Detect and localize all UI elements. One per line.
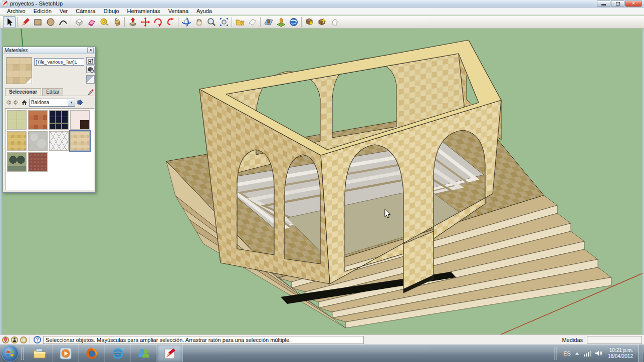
messenger-people-icon: [137, 347, 151, 360]
material-swatch[interactable]: [28, 110, 48, 130]
material-swatch-selected[interactable]: [70, 131, 90, 151]
pan-tool-button[interactable]: [192, 16, 205, 28]
house-icon: [330, 17, 340, 27]
share-component-button[interactable]: [328, 16, 341, 28]
display-secondary-selection-button[interactable]: [86, 57, 95, 65]
detach-collection-icon[interactable]: [77, 99, 83, 106]
material-swatch[interactable]: [49, 110, 69, 130]
make-component-button[interactable]: [73, 16, 85, 28]
volume-icon[interactable]: [595, 350, 602, 356]
close-icon: ×: [632, 1, 635, 6]
collections-dropdown[interactable]: Baldosa ▼: [29, 99, 75, 107]
materials-tabs: Seleccionar Editar: [5, 88, 94, 96]
taskbar-grip: [21, 347, 25, 360]
menu-herramientas[interactable]: Herramientas: [123, 8, 164, 14]
eraser-tool-button[interactable]: [85, 16, 98, 28]
rotate-tool-button[interactable]: [151, 16, 164, 28]
menu-edicion[interactable]: Edición: [30, 8, 56, 14]
show-desktop-button[interactable]: [638, 344, 643, 362]
menu-dibujo[interactable]: Dibujo: [99, 8, 123, 14]
toolbar: [0, 16, 644, 29]
sample-paint-eyedropper-icon[interactable]: [87, 88, 94, 96]
material-swatch[interactable]: [70, 110, 90, 130]
arc-tool-button[interactable]: [57, 16, 69, 28]
collections-dropdown-value: Baldosa: [30, 100, 68, 105]
material-name-field[interactable]: [Tile_Various_Tan]1: [34, 58, 84, 66]
section-plane-button[interactable]: [246, 16, 259, 28]
menu-camara[interactable]: Cámara: [72, 8, 99, 14]
measurements-input[interactable]: [587, 336, 642, 344]
dropdown-arrow-icon[interactable]: ▼: [68, 99, 75, 106]
home-icon[interactable]: [21, 99, 28, 106]
material-swatch[interactable]: [7, 152, 27, 172]
pencil-icon: [21, 17, 31, 27]
share-model-icon: [317, 17, 327, 27]
close-button[interactable]: ×: [625, 1, 642, 7]
materials-panel-close-button[interactable]: ✕: [87, 48, 94, 53]
materials-panel[interactable]: Materiales ✕ [Tile_Various_Tan]1 Selecci…: [3, 47, 96, 193]
material-swatch[interactable]: [49, 131, 69, 151]
taskbar-mediaplayer-button[interactable]: [53, 344, 79, 362]
desktop: proyectos - SketchUp × Archivo Edición V…: [0, 0, 644, 362]
orbit-tool-button[interactable]: [180, 16, 192, 28]
get-models-button[interactable]: [303, 16, 316, 28]
geolocation-status-icon[interactable]: [2, 336, 9, 343]
material-swatch[interactable]: [28, 152, 48, 172]
follow-me-button[interactable]: [164, 16, 176, 28]
select-tool-button[interactable]: [3, 16, 16, 28]
paint-bucket-button[interactable]: [110, 16, 123, 28]
get-current-view-button[interactable]: [234, 16, 246, 28]
rectangle-tool-button[interactable]: [32, 16, 44, 28]
toggle-terrain-button[interactable]: [275, 16, 287, 28]
material-swatch[interactable]: [7, 110, 27, 130]
push-pull-button[interactable]: [126, 16, 139, 28]
materials-panel-title: Materiales: [5, 48, 28, 53]
start-button[interactable]: [2, 345, 19, 362]
menu-ver[interactable]: Ver: [56, 8, 72, 14]
circle-tool-button[interactable]: [44, 16, 57, 28]
taskbar-firefox-button[interactable]: [79, 344, 105, 362]
create-material-button[interactable]: [86, 66, 95, 73]
rotate-icon: [153, 17, 163, 27]
tape-measure-button[interactable]: [98, 16, 110, 28]
default-material-swatch[interactable]: [86, 75, 95, 84]
menu-archivo[interactable]: Archivo: [3, 8, 30, 14]
maximize-button[interactable]: [611, 1, 624, 7]
menu-ayuda[interactable]: Ayuda: [192, 8, 216, 14]
sign-in-status-icon[interactable]: [20, 336, 27, 343]
network-signal-icon[interactable]: [583, 350, 591, 356]
forward-arrow-icon[interactable]: [13, 99, 20, 106]
taskbar-explorer-button[interactable]: [27, 344, 53, 362]
help-button[interactable]: ?: [34, 336, 41, 343]
share-model-button[interactable]: [316, 16, 328, 28]
clock-date: 18/04/2012: [608, 353, 633, 359]
material-swatch[interactable]: [28, 131, 48, 151]
materials-nav-row: Baldosa ▼: [5, 98, 94, 107]
globe-icon: [289, 17, 299, 27]
google-earth-button[interactable]: [287, 16, 300, 28]
material-swatch[interactable]: [7, 131, 27, 151]
zoom-tool-button[interactable]: [205, 16, 218, 28]
back-arrow-icon[interactable]: [5, 99, 12, 106]
taskbar-messenger-button[interactable]: [131, 344, 157, 362]
credits-status-icon[interactable]: [11, 336, 18, 343]
system-tray: ES 10:21 p.m. 18/04/2012: [552, 344, 644, 362]
materials-list: [5, 108, 94, 190]
modeling-viewport[interactable]: Materiales ✕ [Tile_Various_Tan]1 Selecci…: [0, 29, 644, 334]
add-location-button[interactable]: [262, 16, 275, 28]
language-indicator[interactable]: ES: [563, 350, 571, 356]
line-tool-button[interactable]: [19, 16, 32, 28]
window-title: proyectos - SketchUp: [10, 1, 63, 7]
toolbar-separator: [124, 17, 125, 27]
tab-seleccionar[interactable]: Seleccionar: [5, 88, 41, 96]
menu-ventana[interactable]: Ventana: [164, 8, 192, 14]
materials-panel-titlebar[interactable]: Materiales ✕: [3, 47, 95, 54]
tab-editar[interactable]: Editar: [42, 88, 63, 96]
taskbar-sketchup-button[interactable]: [157, 344, 183, 362]
move-tool-button[interactable]: [139, 16, 151, 28]
minimize-button[interactable]: [597, 1, 610, 7]
taskbar-clock[interactable]: 10:21 p.m. 18/04/2012: [606, 347, 635, 359]
zoom-extents-button[interactable]: [218, 16, 230, 28]
show-hidden-icons-arrow[interactable]: [574, 351, 580, 355]
taskbar-ie-button[interactable]: [105, 344, 131, 362]
